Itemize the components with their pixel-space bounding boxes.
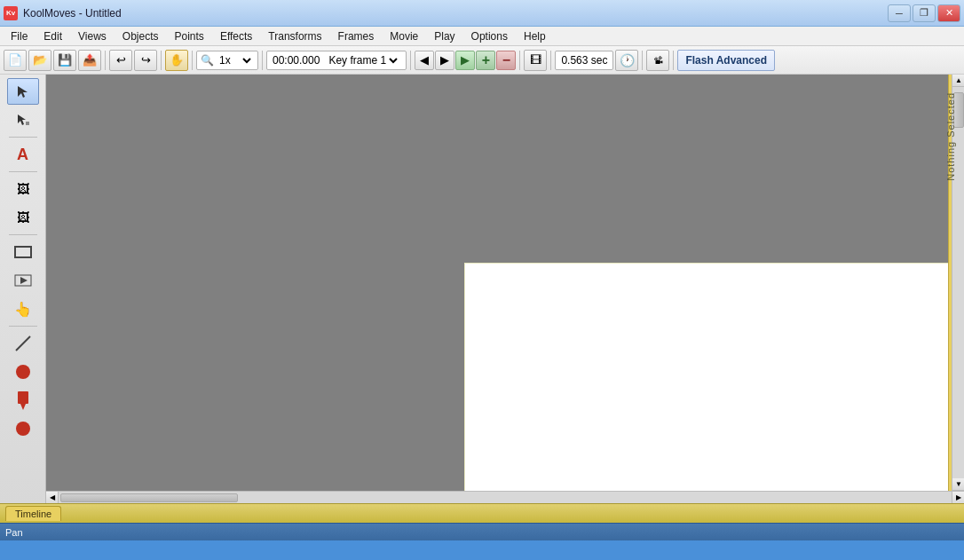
svg-line-6 [16, 336, 30, 351]
video-button[interactable]: 📽 [646, 50, 669, 71]
undo-button[interactable]: ↩ [109, 50, 132, 71]
h-scrollbar: ◀ ▶ [46, 491, 964, 503]
left-toolbar: A 🖼 🖼 👆 [0, 75, 46, 503]
menu-item-views[interactable]: Views [71, 28, 114, 44]
separator-7 [550, 51, 551, 70]
timestamp: 00:00.000 [273, 54, 320, 67]
menu-item-movie[interactable]: Movie [383, 28, 425, 44]
svg-point-10 [16, 422, 30, 436]
h-scroll-right-button[interactable]: ▶ [952, 492, 964, 504]
play-button[interactable]: ▶ [455, 51, 475, 70]
hand-tool-button[interactable]: ✋ [165, 50, 188, 71]
line-tool-button[interactable] [7, 330, 39, 357]
title-text: KoolMoves - Untitled [23, 7, 122, 20]
menu-bar: FileEditViewsObjectsPointsEffectsTransfo… [0, 27, 964, 46]
svg-marker-9 [20, 404, 26, 410]
svg-rect-3 [15, 247, 31, 257]
svg-marker-5 [20, 277, 28, 284]
lt-sep-4 [9, 326, 37, 327]
minimize-button[interactable]: ─ [888, 4, 911, 22]
redo-button[interactable]: ↪ [134, 50, 157, 71]
lt-sep-2 [9, 171, 37, 172]
flash-advanced-button[interactable]: Flash Advanced [677, 50, 775, 71]
svg-point-7 [16, 365, 30, 379]
canvas-and-scroll: ▲ ▼ Nothing Selected [46, 75, 964, 491]
zoom-icon: 🔍 [201, 54, 214, 67]
clock-button[interactable]: 🕐 [615, 50, 638, 71]
app-icon: Kv [4, 6, 18, 20]
canvas-area: ▲ ▼ Nothing Selected ◀ ▶ [46, 75, 964, 503]
menu-item-edit[interactable]: Edit [36, 28, 69, 44]
main-area: A 🖼 🖼 👆 [0, 75, 964, 523]
separator-1 [105, 51, 106, 70]
separator-5 [410, 51, 411, 70]
separator-2 [161, 51, 162, 70]
menu-item-effects[interactable]: Effects [213, 28, 259, 44]
svg-marker-1 [18, 114, 26, 125]
menu-item-transforms[interactable]: Transforms [261, 28, 328, 44]
restore-button[interactable]: ❐ [913, 4, 936, 22]
open-button[interactable]: 📂 [28, 50, 51, 71]
lt-sep-3 [9, 234, 37, 235]
title-controls: ─ ❐ ✕ [888, 4, 960, 22]
canvas-white [464, 263, 948, 491]
lt-sep-1 [9, 137, 37, 138]
scroll-up-button[interactable]: ▲ [952, 75, 964, 87]
scroll-down-button[interactable]: ▼ [952, 478, 964, 491]
status-text: Pan [5, 527, 23, 538]
toolbar: 📄 📂 💾 📤 ↩ ↪ ✋ 🔍 1x 2x 0.5x 00:00.000 Key… [0, 46, 964, 75]
duration-box: 0.563 sec [555, 51, 613, 70]
separator-8 [642, 51, 643, 70]
timeline-tab[interactable]: Timeline [5, 506, 61, 521]
node-tool-button[interactable] [7, 106, 39, 133]
menu-item-points[interactable]: Points [168, 28, 211, 44]
rect-tool-button[interactable] [7, 239, 39, 265]
video-clip-tool-button[interactable] [7, 267, 39, 294]
separator-9 [673, 51, 674, 70]
title-left: Kv KoolMoves - Untitled [4, 6, 122, 20]
menu-item-options[interactable]: Options [464, 28, 515, 44]
svg-rect-8 [18, 391, 28, 404]
keyframe-select[interactable]: Key frame 1 [325, 53, 400, 67]
button-tool-button[interactable]: 👆 [7, 296, 39, 322]
image-tool-button[interactable]: 🖼 [7, 176, 39, 202]
close-button[interactable]: ✕ [937, 4, 960, 22]
right-panel: ▲ ▼ Nothing Selected [948, 75, 964, 491]
separator-6 [519, 51, 520, 70]
separator-3 [192, 51, 193, 70]
text-tool-button[interactable]: A [7, 141, 39, 168]
h-scroll-left-button[interactable]: ◀ [46, 492, 59, 504]
menu-item-help[interactable]: Help [517, 28, 553, 44]
svg-rect-2 [26, 122, 29, 125]
nothing-selected-label: Nothing Selected [945, 92, 956, 181]
zoom-box: 🔍 1x 2x 0.5x [196, 51, 258, 70]
h-scroll-thumb[interactable] [60, 493, 238, 502]
zoom-select[interactable]: 1x 2x 0.5x [216, 53, 254, 67]
nav-back-button[interactable]: ◀ [415, 51, 434, 70]
svg-marker-0 [18, 86, 28, 98]
oval-tool-button[interactable] [7, 415, 39, 442]
duration-text: 0.563 sec [561, 54, 607, 67]
new-button[interactable]: 📄 [4, 50, 27, 71]
select-tool-button[interactable] [7, 78, 39, 105]
video-image-tool-button[interactable]: 🖼 [7, 204, 39, 231]
timeline-bar: Timeline [0, 503, 964, 523]
menu-item-frames[interactable]: Frames [331, 28, 382, 44]
title-bar: Kv KoolMoves - Untitled ─ ❐ ✕ [0, 0, 964, 27]
canvas-container[interactable] [46, 75, 948, 491]
remove-frame-button[interactable]: − [496, 51, 516, 70]
menu-item-objects[interactable]: Objects [115, 28, 166, 44]
separator-4 [262, 51, 263, 70]
nav-forward-button[interactable]: ▶ [435, 51, 454, 70]
time-display: 00:00.000 Key frame 1 [266, 51, 407, 70]
add-frame-button[interactable]: + [476, 51, 495, 70]
menu-item-play[interactable]: Play [427, 28, 462, 44]
canvas-main: ▲ ▼ Nothing Selected [46, 75, 964, 491]
export-button[interactable]: 📤 [78, 50, 101, 71]
save-button[interactable]: 💾 [53, 50, 76, 71]
film-button[interactable]: 🎞 [524, 50, 547, 71]
menu-item-file[interactable]: File [4, 28, 35, 44]
status-bar: Pan [0, 523, 964, 540]
ellipse-tool-button[interactable] [7, 359, 39, 385]
paint-tool-button[interactable] [7, 387, 39, 414]
